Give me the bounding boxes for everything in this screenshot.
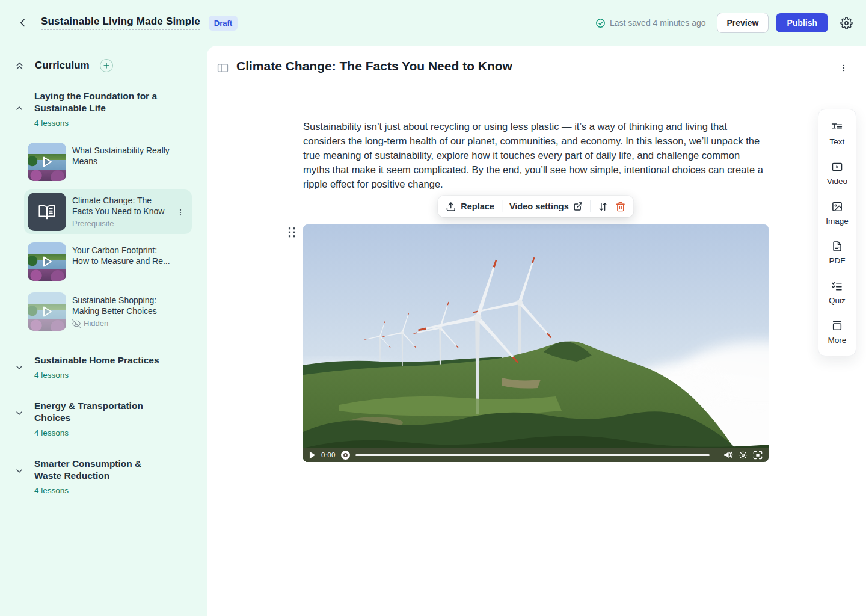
section-title[interactable]: Energy & Transportation Choices <box>34 400 161 424</box>
more-label: More <box>828 336 847 345</box>
lesson-video-thumbnail <box>28 242 66 281</box>
lesson-item-climate-change[interactable]: Climate Change: The Facts You Need to Kn… <box>24 189 192 234</box>
section-lesson-count: 4 lessons <box>34 371 159 380</box>
image-block-icon <box>831 201 843 212</box>
curriculum-section: Smarter Consumption & Waste Reduction 4 … <box>14 458 198 495</box>
insert-pdf-button[interactable]: PDF <box>829 241 846 265</box>
more-blocks-icon <box>831 320 843 331</box>
course-settings-button[interactable] <box>840 17 853 29</box>
chevron-down-icon <box>14 363 24 372</box>
insert-image-button[interactable]: Image <box>826 201 849 226</box>
play-button[interactable] <box>309 451 316 459</box>
curriculum-heading: Curriculum <box>35 60 90 72</box>
video-label: Video <box>827 177 847 186</box>
back-button[interactable] <box>14 14 31 31</box>
progress-track[interactable] <box>355 454 710 456</box>
image-label: Image <box>826 217 849 226</box>
play-icon <box>40 304 54 319</box>
lesson-menu-button[interactable] <box>176 208 185 217</box>
lesson-video-thumbnail <box>28 292 66 331</box>
scrubber-handle[interactable] <box>341 451 350 460</box>
lesson-item-carbon-footprint[interactable]: Your Carbon Footprint: How to Measure an… <box>24 239 192 284</box>
section-expand-button[interactable] <box>14 458 24 495</box>
reorder-icon <box>598 202 609 212</box>
curriculum-section: Energy & Transportation Choices 4 lesson… <box>14 400 198 437</box>
fullscreen-button[interactable] <box>753 451 763 460</box>
section-expand-button[interactable] <box>14 400 24 437</box>
lesson-item-what-sustainability[interactable]: What Sustainability Really Means <box>24 140 192 184</box>
section-lesson-count: 4 lessons <box>34 119 192 128</box>
toolbar-divider <box>591 200 591 212</box>
lesson-reading-tile <box>28 192 66 231</box>
play-icon <box>40 155 54 169</box>
status-badge: Draft <box>209 16 238 31</box>
insert-video-button[interactable]: Video <box>827 161 847 186</box>
last-saved-text: Last saved 4 minutes ago <box>610 18 706 28</box>
insert-block-toolbar: Text Video Image PDF Quiz More <box>818 109 856 356</box>
section-title[interactable]: Smarter Consumption & Waste Reduction <box>34 458 161 482</box>
chevron-up-icon <box>14 103 24 113</box>
topbar: Sustainable Living Made Simple Draft Las… <box>0 0 866 46</box>
publish-button[interactable]: Publish <box>776 13 828 32</box>
delete-block-button[interactable] <box>616 202 626 212</box>
toolbar-divider <box>502 200 502 212</box>
curriculum-section: Laying the Foundation for a Sustainable … <box>14 90 198 334</box>
panel-toggle-button[interactable] <box>217 63 229 73</box>
insert-text-button[interactable]: Text <box>830 122 845 146</box>
text-block-icon <box>831 122 843 133</box>
back-icon <box>18 18 28 28</box>
lesson-badge-hidden: Hidden <box>84 319 108 328</box>
add-section-icon <box>103 62 110 69</box>
section-title[interactable]: Laying the Foundation for a Sustainable … <box>34 90 161 114</box>
video-poster-wind-turbines <box>303 224 769 462</box>
video-block-icon <box>831 161 843 173</box>
text-label: Text <box>830 137 845 146</box>
replace-label: Replace <box>461 202 494 211</box>
lesson-title: Sustainable Shopping: Making Better Choi… <box>72 295 172 316</box>
section-expand-button[interactable] <box>14 354 24 380</box>
reorder-block-button[interactable] <box>598 202 609 212</box>
section-collapse-button[interactable] <box>14 90 24 334</box>
lesson-options-button[interactable] <box>837 60 850 76</box>
lesson-intro-paragraph[interactable]: Sustainability isn’t just about recyclin… <box>303 119 769 191</box>
hidden-icon <box>72 319 81 328</box>
course-title[interactable]: Sustainable Living Made Simple <box>41 16 200 30</box>
block-drag-handle[interactable] <box>288 227 296 238</box>
video-controls-bar: 0:00 <box>303 448 769 462</box>
kebab-icon <box>840 63 848 73</box>
lesson-page-title[interactable]: Climate Change: The Facts You Need to Kn… <box>236 59 512 76</box>
replace-icon <box>446 202 456 212</box>
volume-button[interactable] <box>723 451 733 459</box>
settings-gear-icon <box>840 17 853 29</box>
chevron-down-icon <box>14 408 24 418</box>
lesson-title: Climate Change: The Facts You Need to Kn… <box>72 195 172 217</box>
video-block-toolbar: Replace Video settings <box>438 196 633 217</box>
fullscreen-icon <box>753 451 763 460</box>
video-player[interactable]: 0:00 <box>303 224 769 462</box>
drag-handle-icon <box>288 227 296 238</box>
external-link-icon <box>574 202 583 211</box>
lesson-list: What Sustainability Really Means Climate… <box>24 140 192 334</box>
player-settings-button[interactable] <box>739 451 748 460</box>
player-gear-icon <box>739 451 748 460</box>
lesson-title: What Sustainability Really Means <box>72 145 172 167</box>
section-title[interactable]: Sustainable Home Practices <box>34 354 159 366</box>
add-section-button[interactable] <box>100 59 113 72</box>
curriculum-sidebar: Curriculum Laying the Foundation for a S… <box>0 46 207 616</box>
quiz-label: Quiz <box>829 296 846 305</box>
insert-more-button[interactable]: More <box>828 320 847 345</box>
video-settings-label: Video settings <box>509 202 569 211</box>
preview-button[interactable]: Preview <box>717 13 769 33</box>
pdf-block-icon <box>832 241 843 252</box>
quiz-block-icon <box>831 280 843 292</box>
play-icon <box>309 451 316 459</box>
section-lesson-count: 4 lessons <box>34 486 161 495</box>
lesson-item-sustainable-shopping[interactable]: Sustainable Shopping: Making Better Choi… <box>24 289 192 334</box>
lesson-editor: Climate Change: The Facts You Need to Kn… <box>207 46 866 616</box>
volume-icon <box>723 451 733 459</box>
collapse-all-icon[interactable] <box>14 61 25 71</box>
video-settings-button[interactable]: Video settings <box>509 202 583 211</box>
insert-quiz-button[interactable]: Quiz <box>829 280 846 305</box>
lesson-video-thumbnail <box>28 143 66 181</box>
replace-video-button[interactable]: Replace <box>446 202 494 212</box>
